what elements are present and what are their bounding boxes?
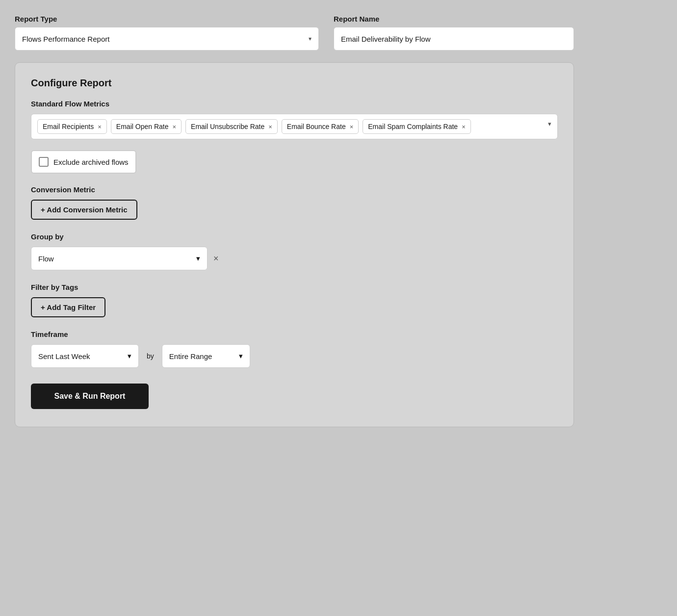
- metric-tag-email-bounce-rate: Email Bounce Rate ×: [282, 119, 359, 134]
- metrics-box: ▾ Email Recipients × Email Open Rate × E…: [31, 114, 558, 139]
- group-by-value: Flow: [38, 255, 54, 263]
- report-type-value: Flows Performance Report: [22, 35, 109, 43]
- metric-label-email-unsubscribe-rate: Email Unsubscribe Rate: [191, 123, 264, 130]
- metric-label-email-open-rate: Email Open Rate: [116, 123, 169, 130]
- configure-title: Configure Report: [31, 77, 558, 89]
- metric-tag-email-spam-complaints-rate: Email Spam Complaints Rate ×: [363, 119, 470, 134]
- timeframe-chevron-icon: ▾: [128, 352, 131, 360]
- group-by-label: Group by: [31, 232, 558, 241]
- configure-card: Configure Report Standard Flow Metrics ▾…: [15, 62, 574, 427]
- remove-email-recipients-icon[interactable]: ×: [98, 124, 102, 130]
- timeframe-row: Sent Last Week ▾ by Entire Range ▾: [31, 344, 558, 368]
- standard-metrics-label: Standard Flow Metrics: [31, 100, 558, 108]
- metric-tag-email-recipients: Email Recipients ×: [37, 119, 107, 134]
- report-name-group: Report Name: [334, 15, 574, 51]
- top-row: Report Type Flows Performance Report ▾ R…: [15, 15, 574, 51]
- metric-label-email-bounce-rate: Email Bounce Rate: [287, 123, 346, 130]
- metric-tag-email-unsubscribe-rate: Email Unsubscribe Rate ×: [185, 119, 278, 134]
- group-by-row: Flow ▾ ×: [31, 247, 558, 270]
- exclude-archived-label: Exclude archived flows: [53, 158, 129, 166]
- remove-email-unsubscribe-rate-icon[interactable]: ×: [268, 124, 272, 130]
- group-by-chevron-icon: ▾: [196, 254, 200, 263]
- report-name-input[interactable]: [334, 27, 574, 51]
- group-by-clear-icon[interactable]: ×: [213, 254, 219, 264]
- metric-label-email-recipients: Email Recipients: [43, 123, 94, 130]
- report-type-select[interactable]: Flows Performance Report ▾: [15, 27, 319, 51]
- conversion-metric-section: Conversion Metric + Add Conversion Metri…: [31, 185, 558, 220]
- metric-tag-email-open-rate: Email Open Rate ×: [111, 119, 182, 134]
- remove-email-spam-complaints-rate-icon[interactable]: ×: [462, 124, 466, 130]
- timeframe-select[interactable]: Sent Last Week ▾: [31, 344, 139, 368]
- page-wrapper: Report Type Flows Performance Report ▾ R…: [15, 15, 574, 427]
- remove-email-bounce-rate-icon[interactable]: ×: [350, 124, 354, 130]
- timeframe-by-label: by: [147, 352, 154, 360]
- remove-email-open-rate-icon[interactable]: ×: [172, 124, 176, 130]
- timeframe-value: Sent Last Week: [38, 352, 90, 360]
- group-by-select[interactable]: Flow ▾: [31, 247, 208, 270]
- save-run-report-button[interactable]: Save & Run Report: [31, 384, 149, 409]
- report-name-label: Report Name: [334, 15, 574, 23]
- report-type-label: Report Type: [15, 15, 319, 23]
- timeframe-label: Timeframe: [31, 330, 558, 338]
- report-type-chevron-icon: ▾: [309, 35, 312, 42]
- timeframe-section: Timeframe Sent Last Week ▾ by Entire Ran…: [31, 330, 558, 368]
- range-select[interactable]: Entire Range ▾: [162, 344, 250, 368]
- range-chevron-icon: ▾: [239, 352, 243, 360]
- exclude-archived-checkbox[interactable]: [39, 157, 49, 167]
- range-value: Entire Range: [169, 352, 212, 360]
- metrics-expand-icon[interactable]: ▾: [548, 120, 551, 128]
- report-type-group: Report Type Flows Performance Report ▾: [15, 15, 319, 51]
- filter-by-tags-label: Filter by Tags: [31, 283, 558, 291]
- group-by-section: Group by Flow ▾ ×: [31, 232, 558, 270]
- add-conversion-metric-button[interactable]: + Add Conversion Metric: [31, 200, 137, 220]
- exclude-archived-row[interactable]: Exclude archived flows: [31, 150, 136, 174]
- conversion-metric-label: Conversion Metric: [31, 185, 558, 194]
- metric-label-email-spam-complaints-rate: Email Spam Complaints Rate: [368, 123, 458, 130]
- filter-by-tags-section: Filter by Tags + Add Tag Filter: [31, 283, 558, 317]
- add-tag-filter-button[interactable]: + Add Tag Filter: [31, 297, 105, 317]
